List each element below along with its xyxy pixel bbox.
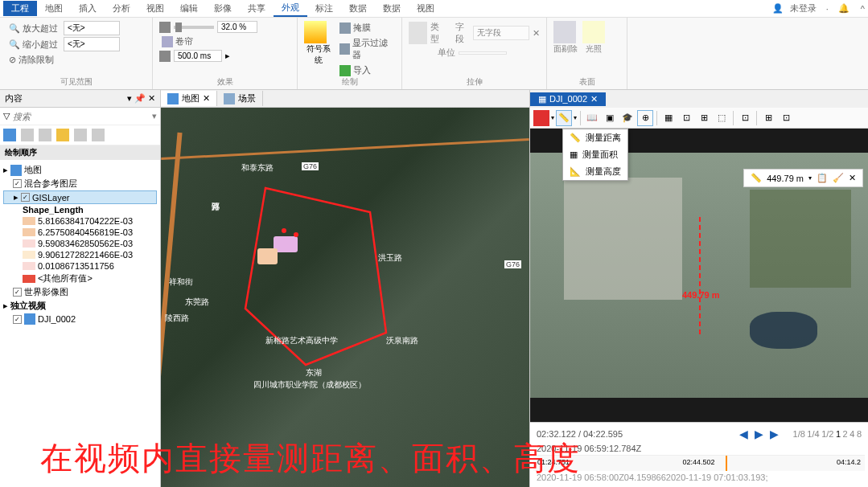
- checkbox[interactable]: ✓: [13, 315, 22, 324]
- edit-view-icon[interactable]: [56, 129, 69, 141]
- play-flicker[interactable]: ▸: [225, 51, 230, 61]
- video-tab[interactable]: ▦DJI_0002✕: [530, 92, 606, 106]
- close-measure-icon[interactable]: ✕: [849, 173, 856, 183]
- snap-view-icon[interactable]: [74, 129, 87, 141]
- tree-video-section[interactable]: ▸ 独立视频: [3, 299, 157, 313]
- tree-val[interactable]: 9.90612728221466E-03: [3, 249, 157, 260]
- checkbox[interactable]: ✓: [13, 179, 22, 188]
- panel-pin-icon[interactable]: 📌: [134, 93, 146, 103]
- menu-share[interactable]: 共享: [240, 1, 274, 16]
- bell-icon[interactable]: 🔔: [838, 3, 849, 14]
- measure-height[interactable]: 📐测量高度: [563, 163, 627, 180]
- list-view-icon[interactable]: [3, 129, 16, 141]
- swipe-button[interactable]: 卷帘: [159, 35, 195, 48]
- stretch-unit: [459, 51, 507, 55]
- tree-val[interactable]: 9.59083462850562E-03: [3, 238, 157, 249]
- speed[interactable]: 1/8: [793, 429, 805, 439]
- menu-imagery[interactable]: 影像: [206, 1, 240, 16]
- timeline[interactable]: 01:24.751 02:44.502 04:14.2: [533, 455, 865, 471]
- zoom-out-dd[interactable]: <无>: [64, 37, 120, 51]
- tree-val[interactable]: 0.01086713511756: [3, 260, 157, 272]
- tree-dji[interactable]: ✓DJI_0002: [3, 313, 157, 325]
- sync-icon[interactable]: ⊕: [637, 110, 653, 126]
- menu-appearance[interactable]: 外观: [274, 0, 307, 17]
- search-input[interactable]: [13, 112, 149, 121]
- mask-button[interactable]: 掩膜: [337, 21, 373, 35]
- record-button[interactable]: [533, 110, 549, 126]
- menu-view[interactable]: 视图: [138, 1, 172, 16]
- map-canvas[interactable]: 和泰东路 洪玉路 G76 G76 东湖 新榕路艺术高级中学 四川城市职业学院（成…: [161, 108, 529, 487]
- measure-line: [699, 217, 701, 334]
- menu-view2[interactable]: 视图: [409, 1, 442, 16]
- select-view-icon[interactable]: [39, 129, 51, 141]
- map-tab[interactable]: 地图✕: [161, 91, 217, 106]
- zoom-in-beyond[interactable]: 🔍放大超过: [6, 22, 60, 35]
- tree-map[interactable]: ▸ 地图: [3, 163, 157, 177]
- extract-icon[interactable]: 🎓: [619, 110, 636, 126]
- panel-close-icon[interactable]: ✕: [148, 93, 155, 103]
- tool3-icon[interactable]: ⊞: [696, 110, 712, 126]
- tool6-icon[interactable]: ⊞: [760, 110, 776, 126]
- menu-map[interactable]: 地图: [37, 1, 71, 16]
- prev-button[interactable]: ◀: [739, 428, 748, 440]
- login-status[interactable]: 👤 未登录 · 🔔 ^: [772, 2, 865, 14]
- highway-label: G76: [504, 260, 521, 268]
- flicker-ms[interactable]: 500.0 ms: [174, 50, 222, 62]
- import-button[interactable]: 导入: [337, 63, 373, 77]
- tree-ref-layer[interactable]: ✓混合参考图层: [3, 177, 157, 190]
- tree-world-imagery[interactable]: ✓世界影像图: [3, 285, 157, 299]
- close-video-tab[interactable]: ✕: [590, 94, 598, 104]
- symbology-button[interactable]: 符号系统: [304, 43, 334, 66]
- transparency-value[interactable]: 32.0 %: [217, 21, 257, 33]
- symbology-icon[interactable]: [304, 21, 327, 43]
- measure-button[interactable]: 📏: [556, 110, 572, 126]
- tool5-icon[interactable]: ⊡: [737, 110, 753, 126]
- menu-edit[interactable]: 编辑: [172, 1, 206, 16]
- filter-button[interactable]: 显示过滤器: [337, 36, 395, 62]
- tl-mark: 04:14.2: [837, 458, 861, 466]
- tool2-icon[interactable]: ⊡: [678, 110, 694, 126]
- menu-data[interactable]: 数据: [341, 1, 375, 16]
- speed[interactable]: 1: [836, 429, 841, 439]
- label-view-icon[interactable]: [92, 129, 105, 141]
- measure-distance[interactable]: 📏测量距离: [563, 129, 627, 146]
- zoom-in-dd[interactable]: <无>: [64, 21, 120, 35]
- tool4-icon[interactable]: ⬚: [714, 110, 730, 126]
- bookmark-icon[interactable]: 📖: [584, 110, 600, 126]
- speed[interactable]: 1/4: [807, 429, 819, 439]
- tree-val[interactable]: 6.25750840456819E-03: [3, 227, 157, 238]
- measure-area[interactable]: ▦测量面积: [563, 146, 627, 163]
- clear-icon: ⊘: [9, 55, 16, 65]
- menu-project[interactable]: 工程: [3, 1, 37, 16]
- speed[interactable]: 4: [849, 429, 854, 439]
- menu-analyze[interactable]: 分析: [105, 1, 138, 16]
- tree-other[interactable]: <其他所有值>: [3, 272, 157, 285]
- clear-limits[interactable]: ⊘清除限制: [6, 53, 56, 67]
- menu-insert[interactable]: 插入: [71, 1, 105, 16]
- menu-data2[interactable]: 数据: [375, 1, 409, 16]
- close-tab-icon[interactable]: ✕: [203, 93, 210, 104]
- speed[interactable]: 1/2: [821, 429, 833, 439]
- play-button[interactable]: ▶: [755, 428, 763, 440]
- checkbox[interactable]: ✓: [13, 288, 22, 297]
- source-view-icon[interactable]: [21, 129, 34, 141]
- tool1-icon[interactable]: ▦: [660, 110, 677, 126]
- menu-label[interactable]: 标注: [307, 1, 341, 16]
- speed[interactable]: 8: [857, 429, 862, 439]
- tree-val[interactable]: 5.81663841704222E-03: [3, 215, 157, 227]
- search-filter-icon[interactable]: ▽: [3, 111, 10, 121]
- next-button[interactable]: ▶: [770, 428, 779, 440]
- clear-measure-icon[interactable]: 🧹: [833, 173, 844, 183]
- tree-gislayer[interactable]: ▸ ✓GISLayer: [3, 190, 157, 204]
- road-label: 沃泉南路: [386, 335, 418, 346]
- frame-icon[interactable]: ▣: [602, 110, 618, 126]
- transparency-slider[interactable]: [174, 26, 214, 29]
- scene-tab[interactable]: 场景: [217, 91, 263, 106]
- zoom-out-beyond[interactable]: 🔍缩小超过: [6, 38, 60, 51]
- copy-icon[interactable]: 📋: [817, 173, 828, 183]
- panel-menu-icon[interactable]: ▾: [127, 93, 132, 103]
- section-draw-order: 绘制顺序: [0, 145, 160, 160]
- speed[interactable]: 2: [843, 429, 848, 439]
- tool7-icon[interactable]: ⊡: [778, 110, 794, 126]
- checkbox[interactable]: ✓: [21, 193, 30, 202]
